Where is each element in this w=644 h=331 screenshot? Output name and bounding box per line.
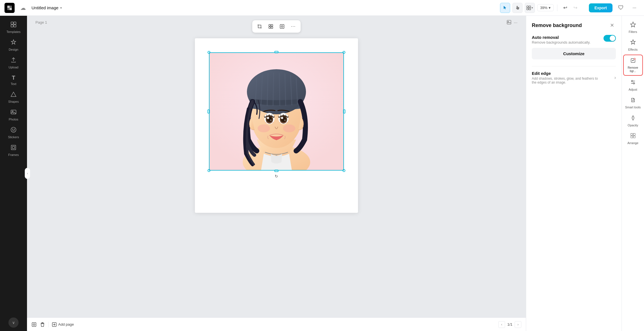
more-options-button[interactable]: ···	[629, 3, 640, 13]
handle-mid-right[interactable]	[343, 109, 345, 113]
hand-tool-button[interactable]	[512, 3, 523, 13]
right-tools-sidebar: Filters Effects	[622, 16, 644, 331]
sidebar-item-photos[interactable]: Photos	[2, 107, 25, 123]
undo-button[interactable]: ↩	[561, 3, 570, 12]
page-next-button[interactable]: ›	[515, 321, 521, 328]
text-icon: T	[12, 75, 15, 81]
save-page-button[interactable]	[31, 322, 37, 327]
frame-tool-button[interactable]: ▾	[525, 3, 535, 13]
sidebar-item-templates[interactable]: Templates	[2, 19, 25, 36]
auto-removal-toggle[interactable]	[604, 35, 616, 42]
svg-point-22	[281, 26, 283, 27]
page-indicator: ‹ 1/1 ›	[498, 321, 521, 328]
right-tool-effects[interactable]: Effects	[623, 37, 643, 53]
right-tool-filters[interactable]: Filters	[623, 19, 643, 36]
export-button[interactable]: Export	[589, 3, 613, 12]
canvas-page-label: Page 1	[35, 20, 47, 24]
auto-removal-section: Auto removal Remove backgrounds automati…	[532, 35, 616, 59]
sidebar-item-shapes[interactable]: Shapes	[2, 89, 25, 106]
sidebar-item-stickers[interactable]: Stickers	[2, 124, 25, 141]
right-tool-smart-tools[interactable]: Smart tools	[623, 95, 643, 111]
shield-button[interactable]: 🛡	[616, 3, 626, 13]
sidebar-bottom-more-button[interactable]: ∨	[8, 317, 19, 328]
layout-button[interactable]	[266, 22, 275, 31]
crop-button[interactable]	[255, 22, 264, 31]
svg-rect-58	[32, 323, 36, 326]
cloud-save-button[interactable]: ☁	[18, 3, 28, 13]
arrange-label: Arrange	[627, 141, 638, 145]
handle-top-mid[interactable]	[274, 51, 278, 53]
right-tool-opacity[interactable]: Opacity	[623, 113, 643, 129]
svg-point-40	[267, 117, 269, 119]
svg-rect-17	[269, 24, 271, 26]
svg-line-45	[272, 115, 272, 117]
right-tool-adjust[interactable]: Adjust	[623, 77, 643, 93]
customize-button[interactable]: Customize	[532, 48, 616, 59]
svg-line-32	[273, 73, 274, 106]
edit-edge-left: Edit edge Add shadows, strokes, glow, an…	[532, 71, 599, 84]
toggle-knob	[610, 35, 615, 41]
svg-point-11	[12, 129, 13, 129]
svg-rect-18	[271, 24, 273, 26]
right-panel: Remove background ✕ Auto removal Remove …	[526, 16, 644, 331]
document-title-area[interactable]: Untitled image ▾	[31, 5, 62, 10]
svg-rect-19	[269, 27, 271, 28]
rotate-handle[interactable]: ↻	[274, 173, 279, 179]
svg-point-66	[631, 80, 633, 82]
sidebar-item-shapes-label: Shapes	[8, 100, 19, 103]
add-page-button[interactable]: Add page	[52, 322, 74, 327]
canvas-area: Page 1 ···	[27, 16, 526, 331]
right-tool-remove-bg[interactable]: Removebgr...	[623, 55, 643, 76]
replace-button[interactable]	[278, 22, 287, 31]
handle-top-right[interactable]	[343, 51, 345, 54]
sidebar-item-text[interactable]: T Text	[2, 72, 25, 88]
panel-close-button[interactable]: ✕	[608, 21, 616, 29]
photos-icon	[10, 109, 17, 117]
collapse-icon: ‹	[27, 172, 28, 175]
sidebar-item-frames-label: Frames	[8, 153, 19, 156]
redo-button[interactable]: ↪	[571, 3, 580, 12]
sidebar-item-text-label: Text	[11, 82, 16, 86]
svg-line-55	[286, 115, 286, 117]
templates-icon	[10, 21, 17, 29]
zoom-value: 39%	[540, 6, 548, 10]
select-tool-button[interactable]	[500, 3, 510, 13]
topbar: ☁ Untitled image ▾ ▾ 39%	[0, 0, 644, 16]
page-image-button[interactable]	[506, 20, 512, 26]
more-toolbar-button[interactable]: ···	[289, 22, 298, 31]
handle-top-left[interactable]	[208, 51, 210, 54]
filters-icon	[630, 21, 636, 29]
shapes-icon	[10, 91, 17, 99]
topbar-tools: ▾ 39% ▾ ↩ ↪	[500, 3, 580, 13]
sidebar-item-design-label: Design	[9, 48, 18, 51]
svg-rect-4	[11, 22, 13, 24]
canvas-frame: ↻	[195, 38, 358, 213]
smart-tools-icon	[630, 97, 636, 104]
sidebar-item-frames[interactable]: Frames	[2, 142, 25, 159]
sidebar-item-design[interactable]: Design	[2, 37, 25, 53]
right-tool-arrange[interactable]: Arrange	[623, 130, 643, 147]
bottom-divider	[48, 322, 49, 327]
edit-edge-row[interactable]: Edit edge Add shadows, strokes, glow, an…	[532, 66, 616, 89]
selected-image-wrapper[interactable]: ↻	[209, 52, 344, 171]
sidebar-collapse-button[interactable]: ‹	[25, 168, 30, 179]
svg-rect-21	[280, 24, 284, 28]
delete-page-button[interactable]	[40, 322, 45, 327]
canvas-page-options: ···	[506, 20, 517, 26]
svg-rect-5	[14, 22, 16, 24]
panel-header: Remove background ✕	[532, 21, 616, 29]
zoom-chevron: ▾	[549, 6, 551, 10]
zoom-control[interactable]: 39% ▾	[537, 4, 554, 11]
handle-mid-left[interactable]	[208, 109, 210, 113]
sidebar-item-upload[interactable]: Upload	[2, 55, 25, 71]
handle-bottom-left[interactable]	[208, 169, 210, 172]
edit-edge-title: Edit edge	[532, 71, 599, 76]
handle-bottom-mid[interactable]	[274, 170, 278, 172]
sidebar-item-templates-label: Templates	[6, 30, 21, 33]
arrange-icon	[630, 133, 636, 140]
page-more-button[interactable]: ···	[514, 20, 517, 26]
left-sidebar: Templates Design Upload T Text	[0, 16, 27, 331]
handle-bottom-right[interactable]	[343, 169, 345, 172]
svg-rect-13	[11, 145, 16, 150]
page-prev-button[interactable]: ‹	[498, 321, 505, 328]
